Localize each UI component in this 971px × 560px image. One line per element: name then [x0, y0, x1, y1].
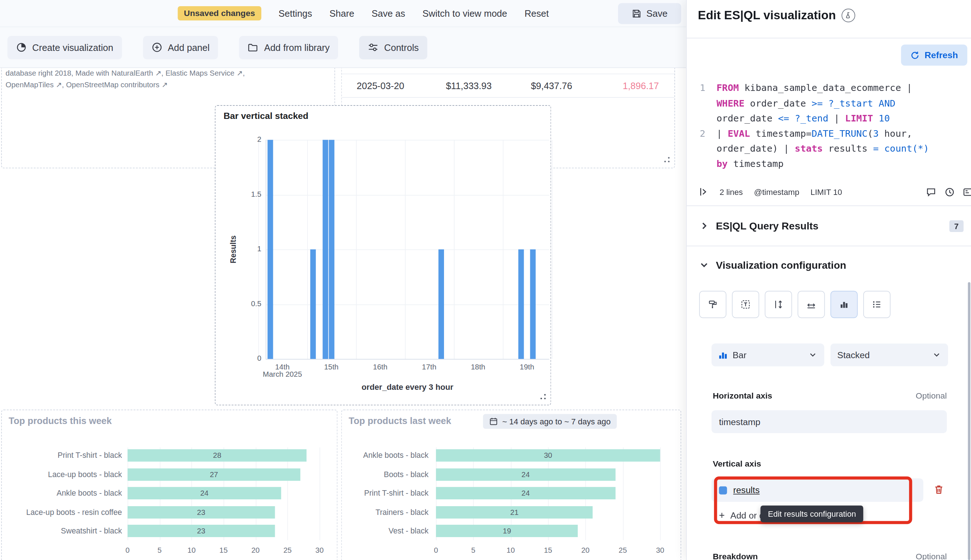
x-axis-title: order_date every 3 hour	[362, 383, 453, 392]
y-axis-tick-label: 1	[234, 244, 261, 253]
config-tab-vertical-axis[interactable]	[765, 291, 792, 318]
editor-limit: LIMIT 10	[811, 187, 842, 197]
visualization-configuration-section[interactable]: Visualization configuration	[687, 246, 971, 283]
vertical-axis-dimension-row[interactable]: results	[712, 478, 923, 502]
bar[interactable]	[518, 250, 524, 359]
code-row[interactable]: 1FROM kibana_sample_data_ecommerce |	[687, 80, 971, 96]
code-row[interactable]: order_date <= ?_tend | LIMIT 10	[687, 111, 971, 126]
config-tab-text[interactable]	[732, 291, 759, 318]
config-tab-horizontal-axis[interactable]	[798, 291, 825, 318]
x-axis-tick-label: 10	[182, 546, 201, 555]
vertical-axis-field-link[interactable]: results	[733, 485, 760, 495]
top-products-week-panel[interactable]: Top products this week 051015202530Print…	[1, 410, 338, 560]
table-cell-value: $9,437.76	[531, 74, 573, 97]
results-section-title: ES|QL Query Results	[716, 220, 819, 232]
query-history-clock-icon[interactable]	[944, 187, 955, 197]
plus-icon: +	[719, 510, 725, 520]
config-tab-bars[interactable]	[831, 291, 858, 318]
code-row[interactable]: by timestamp	[687, 157, 971, 172]
category-label: Ankle boots - black	[2, 488, 122, 498]
controls-label: Controls	[384, 42, 419, 53]
bar[interactable]	[530, 250, 536, 359]
menu-reset[interactable]: Reset	[525, 8, 549, 18]
code-row[interactable]: WHERE order_date >= ?_tstart AND	[687, 96, 971, 111]
folder-icon	[248, 42, 258, 53]
menu-switch-to-view-mode[interactable]: Switch to view mode	[423, 8, 507, 18]
tech-preview-beaker-icon	[841, 8, 855, 22]
bar[interactable]	[329, 140, 334, 359]
breakdown-optional: Optional	[916, 552, 947, 560]
editor-line-count: 2 lines	[720, 187, 743, 197]
bar[interactable]	[310, 250, 316, 359]
top-menubar: Unsaved changes Settings Share Save as S…	[0, 0, 686, 27]
x-axis-tick-label: 5	[464, 546, 483, 555]
y-axis-tick-label: 2	[234, 135, 261, 143]
x-axis-tick-label: 20	[576, 546, 595, 555]
gridline	[266, 140, 549, 141]
controls-button[interactable]: Controls	[359, 36, 427, 59]
table-row[interactable]: 2025-03-20 $11,333.93 $9,437.76 1,896.17	[342, 73, 674, 97]
save-button[interactable]: Save	[618, 3, 681, 24]
chevron-down-icon	[699, 260, 709, 270]
menu-save-as[interactable]: Save as	[372, 8, 405, 18]
bar[interactable]	[439, 250, 444, 359]
chart-type-select[interactable]: Bar	[712, 343, 824, 366]
menu-share[interactable]: Share	[329, 8, 354, 18]
feedback-comment-icon[interactable]	[926, 187, 936, 197]
y-axis-title: Results	[229, 235, 238, 263]
config-tab-style[interactable]	[699, 291, 727, 318]
config-section-title: Visualization configuration	[716, 259, 846, 270]
menu-settings[interactable]: Settings	[278, 8, 312, 18]
hbar-lastweek-area: 051015202530Ankle boots - black30Boots -…	[342, 410, 680, 560]
resize-handle-icon[interactable]	[663, 156, 670, 163]
flyout-title: Edit ES|QL visualization	[698, 8, 836, 22]
value-label: 27	[128, 470, 301, 479]
value-label: 24	[128, 488, 281, 498]
bar[interactable]	[267, 140, 273, 359]
flyout-scrollbar[interactable]	[968, 282, 970, 560]
category-label: Vest - black	[342, 526, 428, 536]
map-attribution-line2: OpenMapTiles ↗, OpenStreetMap contributo…	[5, 79, 244, 91]
breakdown-row: Breakdown Optional	[687, 552, 971, 560]
value-label: 28	[128, 450, 307, 460]
dashboard-toolbar: Create visualization Add panel Add from …	[0, 27, 686, 68]
create-visualization-icon	[16, 42, 27, 53]
bar-vertical-stacked-panel[interactable]: Bar vertical stacked 00.511.5214th15th16…	[215, 105, 551, 405]
horizontal-axis-field[interactable]: timestamp	[712, 410, 947, 433]
config-tab-legend[interactable]	[863, 291, 891, 318]
expand-editor-icon[interactable]	[963, 187, 971, 197]
value-label: 19	[436, 526, 578, 536]
top-products-lastweek-panel[interactable]: Top products last week ~ 14 days ago to …	[341, 410, 681, 560]
delete-dimension-trash-icon[interactable]	[931, 482, 947, 497]
results-count-badge: 7	[949, 220, 964, 232]
y-axis-line	[266, 140, 266, 359]
editor-time-field[interactable]: @timestamp	[754, 187, 800, 197]
add-panel-button[interactable]: Add panel	[143, 36, 218, 59]
series-color-swatch[interactable]	[719, 486, 727, 494]
refresh-button[interactable]: Refresh	[901, 45, 968, 66]
x-axis-tick-label: 0	[426, 546, 445, 555]
x-axis-tick-label: 10	[501, 546, 520, 555]
code-row[interactable]: 2| EVAL timestamp=DATE_TRUNC(3 hour,	[687, 126, 971, 141]
esql-editor[interactable]: 1FROM kibana_sample_data_ecommerce |WHER…	[687, 73, 971, 172]
editor-footer: 2 lines @timestamp LIMIT 10	[687, 182, 971, 202]
visualization-config-body: Bar Stacked Horizontal axis Optional tim…	[687, 283, 971, 560]
kibana-dashboard-editor: Unsaved changes Settings Share Save as S…	[0, 0, 971, 560]
stack-mode-select[interactable]: Stacked	[831, 343, 948, 366]
bar[interactable]	[323, 140, 328, 359]
add-from-library-button[interactable]: Add from library	[239, 36, 338, 59]
y-axis-tick-label: 1.5	[234, 190, 261, 198]
x-axis-tick-label: 20	[246, 546, 265, 555]
resize-handle-icon[interactable]	[539, 393, 547, 400]
code-row[interactable]: order_date) | stats results = count(*)	[687, 141, 971, 157]
gridline	[266, 304, 549, 305]
create-visualization-button[interactable]: Create visualization	[7, 36, 122, 59]
config-tabs	[699, 291, 891, 318]
esql-code[interactable]: 1FROM kibana_sample_data_ecommerce |WHER…	[687, 80, 971, 171]
esql-query-results-section[interactable]: ES|QL Query Results 7	[687, 206, 971, 246]
save-button-label: Save	[646, 8, 667, 18]
horizontal-axis-optional: Optional	[916, 391, 947, 400]
value-label: 24	[436, 488, 615, 498]
category-label: Boots - black	[342, 470, 428, 479]
value-label: 24	[436, 470, 615, 479]
